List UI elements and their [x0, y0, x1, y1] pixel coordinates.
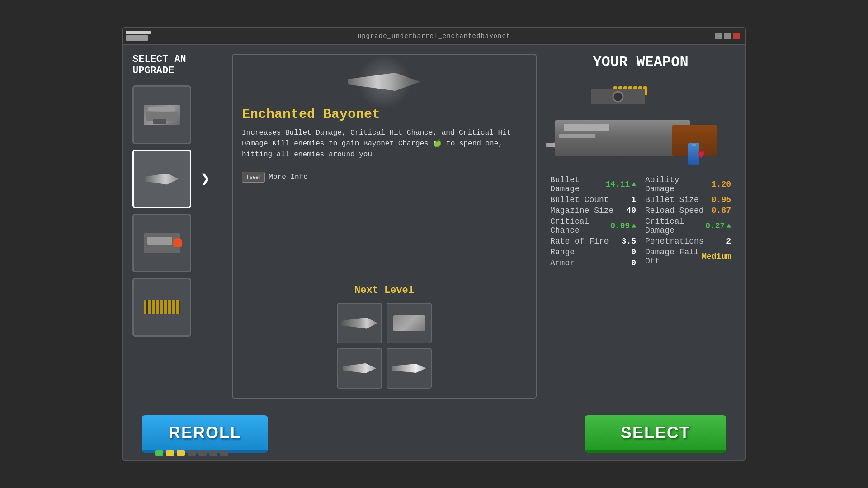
gun-icon	[144, 105, 180, 125]
stat-critical-chance: Critical Chance 0.09 ▲	[550, 216, 636, 236]
bullet-damage-arrow: ▲	[632, 180, 636, 188]
nl-bayonet-1-icon	[341, 318, 377, 329]
magazine-size-label: Magazine Size	[550, 206, 613, 215]
bayonet-icon	[145, 174, 179, 185]
ability-damage-value: 1.20	[712, 180, 731, 189]
stat-reload-speed: Reload Speed 0.87	[645, 205, 731, 216]
reroll-button[interactable]: REROLL	[142, 415, 268, 453]
nl-bayonet-3-icon	[392, 364, 426, 373]
title-bar: upgrade_underbarrel_enchantedbayonet	[123, 28, 745, 45]
next-level-item-3[interactable]	[387, 303, 432, 343]
window-title: upgrade_underbarrel_enchantedbayonet	[358, 33, 510, 40]
weapon-display: ♥	[546, 80, 736, 170]
bullet-count-value: 1	[631, 195, 636, 204]
stats-col-left: Bullet Damage 14.11 ▲ Bullet Count 1 Mag…	[550, 174, 636, 268]
upgrade-card: Enchanted Bayonet Increases Bullet Damag…	[232, 54, 537, 399]
fire-element	[173, 238, 182, 247]
close-button[interactable]	[733, 33, 740, 39]
upgrade-item-ammo-belt[interactable]	[132, 278, 191, 337]
upgrade-item-fire-gun[interactable]	[132, 214, 191, 272]
indicator-1	[155, 450, 163, 456]
stat-penetrations: Penetrations 2	[645, 236, 731, 247]
upgrade-preview	[339, 64, 429, 100]
left-panel: SELECT AN UPGRADE ❯	[132, 54, 223, 399]
stats-col-right: Ability Damage 1.20 Bullet Size 0.95 Rel…	[645, 174, 731, 268]
i-see-button[interactable]: I see!	[242, 172, 265, 183]
select-button[interactable]: SELECT	[585, 415, 726, 453]
armor-value: 0	[631, 258, 636, 267]
ability-damage-label: Ability Damage	[645, 175, 712, 193]
indicator-5	[198, 450, 207, 456]
more-info-row: I see! More Info	[242, 167, 527, 183]
reload-speed-label: Reload Speed	[645, 206, 704, 215]
next-level-items	[242, 303, 527, 389]
next-level-item-4[interactable]	[387, 348, 432, 389]
gun-heart: ♥	[697, 147, 713, 165]
more-info-text: More Info	[269, 173, 307, 181]
stat-bullet-count: Bullet Count 1	[550, 194, 636, 205]
upgrade-card-header	[242, 64, 527, 100]
indicator-6	[209, 450, 217, 456]
upgrade-description: Increases Bullet Damage, Critical Hit Ch…	[242, 127, 527, 160]
damage-fall-off-label: Damage Fall Off	[645, 248, 702, 266]
bullet-size-value: 0.95	[712, 195, 731, 204]
select-upgrade-title: SELECT AN UPGRADE	[132, 54, 223, 76]
range-label: Range	[550, 248, 575, 257]
your-weapon-title: YOUR WEAPON	[546, 54, 736, 70]
magazine-size-value: 40	[626, 206, 636, 215]
next-level-col-left	[337, 303, 382, 389]
stat-armor: Armor 0	[550, 258, 636, 268]
upgrade-item-bayonet[interactable]: ❯	[132, 150, 191, 208]
maximize-button[interactable]	[724, 33, 731, 39]
bullet-count-label: Bullet Count	[550, 195, 609, 204]
stats-grid: Bullet Damage 14.11 ▲ Bullet Count 1 Mag…	[546, 174, 736, 268]
next-level-col-right	[387, 303, 432, 389]
gun-body	[555, 120, 690, 156]
nl-bayonet-2-icon	[343, 363, 377, 373]
bullet-damage-label: Bullet Damage	[550, 175, 605, 193]
upgrade-item-fire-gun-img	[139, 230, 184, 257]
stat-range: Range 0	[550, 247, 636, 258]
upgrade-name: Enchanted Bayonet	[242, 107, 527, 122]
stat-critical-damage: Critical Damage 0.27 ▲	[645, 216, 731, 236]
upgrade-item-ammo-belt-img	[139, 294, 184, 321]
window-controls	[715, 33, 740, 39]
penetrations-value: 2	[726, 237, 731, 246]
upgrade-item-bayonet-img	[139, 165, 184, 192]
next-level-item-1[interactable]	[337, 303, 382, 343]
indicator-3	[177, 450, 185, 456]
right-panel: YOUR WEAPON	[546, 54, 736, 399]
critical-damage-label: Critical Damage	[645, 217, 705, 235]
upgrade-item-gun-img	[139, 101, 184, 128]
armor-label: Armor	[550, 258, 575, 267]
next-level-title: Next Level	[242, 285, 527, 296]
stat-rate-of-fire: Rate of Fire 3.5	[550, 236, 636, 247]
bottom-indicators	[155, 450, 228, 456]
critical-damage-value: 0.27 ▲	[705, 221, 731, 230]
stat-bullet-size: Bullet Size 0.95	[645, 194, 731, 205]
stat-bullet-damage: Bullet Damage 14.11 ▲	[550, 174, 636, 194]
critical-chance-value: 0.09 ▲	[610, 221, 636, 230]
ammo-belt-icon	[144, 300, 180, 314]
selected-arrow: ❯	[200, 169, 210, 189]
upgrade-item-gun[interactable]	[132, 85, 191, 144]
range-value: 0	[631, 248, 636, 257]
stat-magazine-size: Magazine Size 40	[550, 205, 636, 216]
minimize-button[interactable]	[715, 33, 722, 39]
weapon-main-img: ♥	[555, 84, 726, 165]
next-level-section: Next Level	[242, 285, 527, 389]
indicator-2	[166, 450, 174, 456]
main-content: SELECT AN UPGRADE ❯	[123, 45, 745, 408]
penetrations-label: Penetrations	[645, 237, 704, 246]
nl-pistol-icon	[393, 315, 425, 331]
critical-chance-arrow: ▲	[632, 222, 636, 230]
critical-damage-arrow: ▲	[726, 222, 731, 230]
main-window: upgrade_underbarrel_enchantedbayonet SEL…	[122, 27, 746, 461]
gun-scope	[591, 89, 645, 104]
bullet-damage-value: 14.11 ▲	[605, 180, 636, 189]
stat-ability-damage: Ability Damage 1.20	[645, 174, 731, 194]
bullet-size-label: Bullet Size	[645, 195, 699, 204]
next-level-item-2[interactable]	[337, 348, 382, 389]
rate-of-fire-value: 3.5	[622, 237, 636, 246]
indicator-7	[220, 450, 228, 456]
